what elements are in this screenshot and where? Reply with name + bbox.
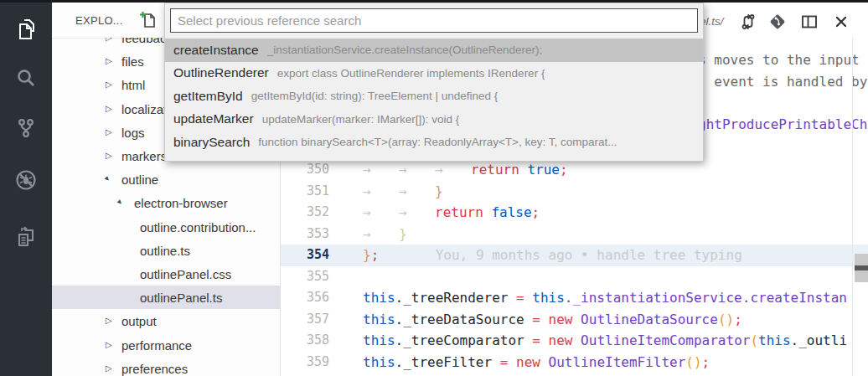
chevron-collapsed-icon: ▷ [106, 364, 112, 373]
new-file-icon[interactable] [139, 11, 158, 29]
quick-input-widget: createInstance_instantiationService.crea… [164, 3, 704, 162]
line-number: 351 [281, 181, 329, 203]
tree-item-label: preferences [121, 362, 188, 376]
code-area[interactable]: 350→→→return true;351→→}352→→return fals… [281, 159, 868, 373]
tree-item-outline-contribution-[interactable]: outline.contribution... [52, 215, 280, 239]
code-line-content: →} [329, 224, 407, 245]
code-line-352: 352→→return false; [281, 202, 868, 224]
quick-item-label: createInstance [173, 43, 259, 58]
line-number: 356 [281, 287, 329, 309]
tab-whitespace-arrow-icon: → [363, 181, 399, 203]
code-line-356: 356this._treeRenderer = this._instantiat… [281, 287, 868, 309]
quick-item-label: getItemById [173, 89, 243, 104]
open-editors-icon[interactable] [14, 225, 38, 249]
tree-item-outline-ts[interactable]: outline.ts [52, 239, 280, 262]
quick-item-label: OutlineRenderer [173, 65, 269, 80]
source-control-icon[interactable] [14, 116, 38, 140]
quick-item-description: function binarySearch<T>(array: Readonly… [258, 136, 617, 148]
tree-item-label: outline [121, 173, 158, 187]
tree-item-label: outlinePanel.ts [140, 291, 222, 305]
search-icon[interactable] [14, 66, 38, 90]
code-line-content: →→→return true; [329, 159, 568, 181]
tree-item-label: outlinePanel.css [140, 267, 231, 281]
window-top-border [0, 0, 868, 3]
code-line-355: 355 [281, 266, 868, 288]
quick-input-item-getItemById[interactable]: getItemByIdgetItemById(id: string): Tree… [165, 85, 703, 108]
tree-item-preferences[interactable]: ▷preferences [52, 357, 280, 376]
quick-input-item-createInstance[interactable]: createInstance_instantiationService.crea… [165, 39, 703, 62]
tab-whitespace-arrow-icon: → [363, 202, 399, 224]
debug-disabled-icon[interactable] [14, 168, 38, 192]
gitlens-icon[interactable] [767, 12, 788, 32]
tree-item-label: performance [121, 338, 192, 353]
quick-input-item-updateMarker[interactable]: updateMarkerupdateMarker(marker: IMarker… [165, 108, 703, 131]
editor-scrollbar[interactable] [855, 38, 868, 376]
chevron-collapsed-icon: ▷ [106, 152, 112, 160]
code-line-content: →→} [329, 181, 443, 203]
tree-item-label: html [121, 78, 145, 92]
quick-input-box [165, 3, 703, 37]
code-line-350: 350→→→return true; [281, 159, 868, 181]
tree-item-label: outline.ts [140, 244, 190, 258]
quick-item-label: updateMarker [173, 111, 254, 126]
chevron-collapsed-icon: ▷ [106, 317, 112, 325]
code-line-content: this._treeRenderer = this._instantiation… [329, 287, 847, 309]
tree-item-outlinepanel-ts[interactable]: outlinePanel.ts [52, 286, 280, 309]
quick-input-item-OutlineRenderer[interactable]: OutlineRendererexport class OutlineRende… [165, 62, 703, 85]
chevron-collapsed-icon: ▷ [106, 57, 112, 65]
chevron-collapsed-icon: ▷ [106, 128, 112, 136]
code-line-353: 353→} [281, 224, 868, 245]
tree-item-performance[interactable]: ▷performance [52, 333, 280, 357]
tree-item-outline[interactable]: ▸outline [52, 167, 280, 191]
tab-whitespace-arrow-icon: → [363, 224, 399, 245]
tree-item-label: markers [121, 149, 167, 163]
tab-whitespace-arrow-icon: → [399, 159, 435, 181]
chevron-expanded-icon: ▸ [103, 174, 112, 183]
tab-whitespace-arrow-icon: → [399, 202, 435, 224]
code-line-359: 359this._treeFilter = new OutlineItemFil… [281, 352, 868, 373]
code-fragment: s moves to the input [698, 52, 860, 68]
line-number: 350 [281, 159, 329, 181]
line-number: 358 [281, 330, 329, 352]
code-line-351: 351→→} [281, 181, 868, 203]
code-line-354: 354}; You, 9 months ago • handle tree ty… [281, 245, 868, 266]
code-line-content: →→return false; [329, 202, 540, 224]
line-number: 355 [281, 266, 329, 288]
overview-ruler-marker [855, 265, 868, 270]
tab-whitespace-arrow-icon: → [435, 159, 471, 181]
sync-changes-icon[interactable] [738, 12, 758, 32]
line-number: 357 [281, 309, 329, 331]
quick-input-field[interactable] [170, 8, 698, 33]
chevron-collapsed-icon: ▷ [106, 38, 112, 42]
code-line-358: 358this._treeComparator = new OutlineIte… [281, 330, 868, 352]
tree-item-label: output [121, 314, 157, 328]
tree-item-outlinepanel-css[interactable]: outlinePanel.css [52, 262, 280, 286]
tree-item-output[interactable]: ▷output [52, 309, 280, 332]
explorer-icon[interactable] [14, 18, 38, 41]
code-fragment: ) event is handled by [698, 74, 867, 90]
quick-input-item-binarySearch[interactable]: binarySearchfunction binarySearch<T>(arr… [165, 131, 703, 154]
code-line-357: 357this._treeDataSource = new OutlineDat… [281, 309, 868, 331]
line-number: 354 [281, 245, 329, 266]
quick-item-description: updateMarker(marker: IMarker[]): void { [262, 113, 460, 126]
tab-whitespace-arrow-icon: → [399, 181, 435, 203]
editor-ruler [852, 38, 853, 376]
line-number: 359 [281, 352, 329, 373]
tree-item-electron-browser[interactable]: ▸electron-browser [52, 191, 280, 214]
chevron-expanded-icon: ▸ [116, 198, 125, 207]
quick-input-list: createInstance_instantiationService.crea… [165, 37, 703, 161]
split-editor-icon[interactable] [799, 12, 819, 32]
chevron-collapsed-icon: ▷ [106, 105, 112, 113]
line-number: 353 [281, 224, 329, 245]
tab-whitespace-arrow-icon: → [363, 159, 399, 181]
quick-item-description: _instantiationService.createInstance(Out… [267, 44, 543, 56]
quick-item-description: export class OutlineRenderer implements … [277, 67, 545, 80]
code-line-content: this._treeComparator = new OutlineItemCo… [329, 330, 847, 352]
code-line-content [329, 266, 363, 288]
code-fragment: ghtProducePrintableCh [698, 116, 867, 132]
quick-item-description: getItemById(id: string): TreeElement | u… [251, 90, 499, 102]
code-line-content: this._treeFilter = new OutlineItemFilter… [329, 352, 710, 373]
tree-item-label: electron-browser [134, 196, 228, 210]
activity-bar [0, 0, 52, 376]
close-editor-icon[interactable] [831, 12, 851, 32]
